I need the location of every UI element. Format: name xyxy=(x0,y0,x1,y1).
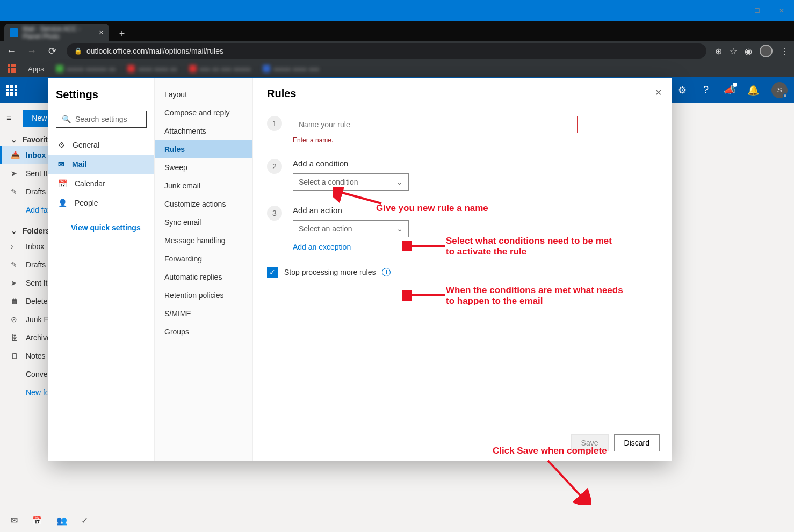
bookmark-item[interactable]: xxxxx xxxx xxx xyxy=(263,65,319,73)
calendar-icon: 📅 xyxy=(58,179,67,188)
modal-footer: Save Discard xyxy=(571,434,660,451)
settings-gear-icon[interactable]: ⚙ xyxy=(677,85,688,96)
bookmark-item[interactable]: xxx xx xxx xxxxx xyxy=(189,65,251,73)
window-titlebar: — ☐ ✕ xyxy=(0,0,794,21)
outlook-favicon xyxy=(10,28,18,37)
sub-sweep[interactable]: Sweep xyxy=(155,158,252,177)
announcements-icon[interactable]: 📣 xyxy=(724,85,735,96)
window-minimize[interactable]: — xyxy=(720,3,745,19)
sub-autoreply[interactable]: Automatic replies xyxy=(155,268,252,286)
junk-icon: ⊘ xyxy=(11,315,17,324)
drafts-icon: ✎ xyxy=(11,260,17,269)
stop-processing-label: Stop processing more rules xyxy=(284,268,376,276)
browser-tab-strip: Mail - Service ACC - Planet Photo × + xyxy=(0,21,794,41)
step-2-label: Add a condition xyxy=(293,159,658,168)
rules-panel: ✕ Rules 1 Enter a name. 2 Add a conditio… xyxy=(253,78,672,461)
settings-search-input[interactable]: 🔍 Search settings xyxy=(56,111,147,128)
drafts-icon: ✎ xyxy=(11,187,17,196)
bookmark-item[interactable]: xxxxx xxxxxx xx xyxy=(56,65,116,73)
step-2: 2 Add a condition Select a condition ⌄ xyxy=(267,159,658,191)
sub-compose[interactable]: Compose and reply xyxy=(155,104,252,122)
install-app-icon[interactable]: ⊕ xyxy=(715,46,722,56)
new-tab-button[interactable]: + xyxy=(114,26,129,41)
stop-processing-row: ✓ Stop processing more rules i xyxy=(267,267,658,278)
sub-smime[interactable]: S/MIME xyxy=(155,304,252,323)
reload-button[interactable]: ⟳ xyxy=(46,45,58,57)
category-general[interactable]: ⚙General xyxy=(56,135,147,155)
url-text: outlook.office.com/mail/options/mail/rul… xyxy=(86,47,223,55)
sub-attachments[interactable]: Attachments xyxy=(155,122,252,140)
search-icon: 🔍 xyxy=(62,115,71,123)
browser-menu-icon[interactable]: ⋮ xyxy=(780,46,789,56)
back-button[interactable]: ← xyxy=(5,46,17,57)
sub-customize[interactable]: Customize actions xyxy=(155,195,252,213)
module-switcher: ✉ 📅 👥 ✓ xyxy=(0,508,107,532)
stop-processing-checkbox[interactable]: ✓ xyxy=(267,267,278,278)
inbox-icon: 📥 xyxy=(11,151,20,159)
step-3-number: 3 xyxy=(267,206,282,221)
condition-placeholder: Select a condition xyxy=(299,178,358,186)
apps-icon[interactable] xyxy=(8,64,16,73)
action-dropdown[interactable]: Select an action ⌄ xyxy=(293,220,409,237)
trash-icon: 🗑 xyxy=(11,297,18,305)
rule-name-error: Enter a name. xyxy=(293,136,658,144)
sub-layout[interactable]: Layout xyxy=(155,85,252,104)
save-button[interactable]: Save xyxy=(571,434,609,451)
url-input[interactable]: 🔒 outlook.office.com/mail/options/mail/r… xyxy=(67,43,706,59)
account-avatar[interactable]: S xyxy=(771,82,788,98)
people-icon: 👤 xyxy=(58,199,67,207)
tasks-module-icon[interactable]: ✓ xyxy=(81,515,88,526)
chevron-down-icon: ⌄ xyxy=(396,178,403,186)
step-1-number: 1 xyxy=(267,116,282,131)
sub-forwarding[interactable]: Forwarding xyxy=(155,250,252,268)
app-launcher-icon[interactable] xyxy=(6,85,17,96)
info-icon[interactable]: i xyxy=(382,268,391,276)
category-mail[interactable]: ✉Mail xyxy=(48,155,154,174)
apps-label[interactable]: Apps xyxy=(28,65,44,73)
step-3: 3 Add an action Select an action ⌄ Add a… xyxy=(267,206,658,252)
sent-icon: ➤ xyxy=(11,279,17,287)
sub-message-handling[interactable]: Message handling xyxy=(155,231,252,250)
forward-button[interactable]: → xyxy=(26,46,38,57)
sub-retention[interactable]: Retention policies xyxy=(155,286,252,304)
bookmark-star-icon[interactable]: ☆ xyxy=(730,46,737,56)
settings-subcategories: Layout Compose and reply Attachments Rul… xyxy=(155,78,253,461)
calendar-module-icon[interactable]: 📅 xyxy=(32,515,42,526)
step-3-label: Add an action xyxy=(293,206,658,215)
notifications-bell-icon[interactable]: 🔔 xyxy=(748,85,759,96)
category-calendar[interactable]: 📅Calendar xyxy=(56,174,147,193)
category-people[interactable]: 👤People xyxy=(56,193,147,213)
archive-icon: 🗄 xyxy=(11,333,18,342)
step-1: 1 Enter a name. xyxy=(267,116,658,144)
extension-icon[interactable]: ◉ xyxy=(745,46,752,56)
close-modal-button[interactable]: ✕ xyxy=(655,88,662,98)
sub-sync[interactable]: Sync email xyxy=(155,213,252,231)
mail-icon: ✉ xyxy=(58,160,64,169)
sub-junk[interactable]: Junk email xyxy=(155,177,252,195)
condition-dropdown[interactable]: Select a condition ⌄ xyxy=(293,173,409,191)
settings-title: Settings xyxy=(56,89,147,101)
bookmark-item[interactable]: xxxx xxxx xx xyxy=(127,65,177,73)
discard-button[interactable]: Discard xyxy=(614,434,660,451)
sub-rules[interactable]: Rules xyxy=(155,140,252,158)
step-2-number: 2 xyxy=(267,159,282,174)
chevron-down-icon: ⌄ xyxy=(396,224,403,233)
view-quick-settings-link[interactable]: View quick settings xyxy=(56,213,147,234)
rule-name-input[interactable] xyxy=(293,116,578,133)
hamburger-icon[interactable]: ≡ xyxy=(0,106,18,130)
mail-module-icon[interactable]: ✉ xyxy=(11,515,18,526)
settings-search-placeholder: Search settings xyxy=(75,115,127,123)
browser-address-bar: ← → ⟳ 🔒 outlook.office.com/mail/options/… xyxy=(0,41,794,61)
people-module-icon[interactable]: 👥 xyxy=(56,515,67,526)
sub-groups[interactable]: Groups xyxy=(155,323,252,341)
rules-title: Rules xyxy=(267,88,658,100)
help-icon[interactable]: ? xyxy=(701,85,711,96)
action-placeholder: Select an action xyxy=(299,224,352,233)
tab-title: Mail - Service ACC - Planet Photo xyxy=(23,25,99,40)
tab-close-icon[interactable]: × xyxy=(99,28,104,38)
window-maximize[interactable]: ☐ xyxy=(745,3,769,19)
profile-avatar[interactable] xyxy=(760,45,773,57)
window-close[interactable]: ✕ xyxy=(769,3,794,19)
add-exception-link[interactable]: Add an exception xyxy=(293,243,351,251)
browser-tab[interactable]: Mail - Service ACC - Planet Photo × xyxy=(4,24,109,41)
